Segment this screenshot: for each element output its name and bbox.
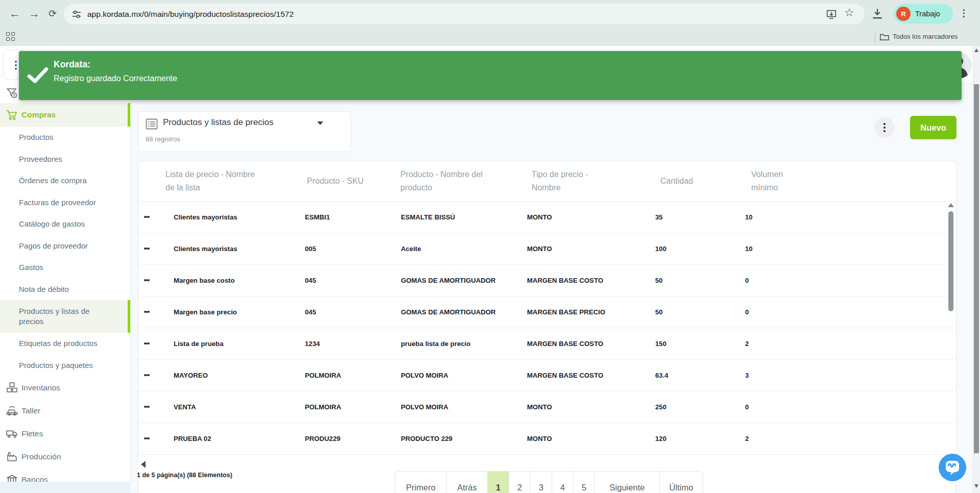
list-options-button[interactable]: [874, 117, 895, 138]
hscroll-left-icon[interactable]: [141, 461, 146, 468]
row-kebab-icon[interactable]: [144, 233, 150, 264]
sidebar-item-gastos[interactable]: Gastos: [0, 257, 130, 279]
bookmarks-separator: [875, 31, 875, 43]
table-cell: 0: [745, 296, 749, 328]
page-button-1[interactable]: 1: [487, 472, 509, 493]
page-button-3[interactable]: 3: [530, 472, 552, 493]
sidebar-item-label: Proveedores: [19, 154, 116, 164]
sidebar-item-fletes[interactable]: Fletes: [0, 422, 130, 445]
scroll-up-icon[interactable]: [974, 48, 978, 52]
sidebar-item-facturas-de-proveedor[interactable]: Facturas de proveedor: [0, 192, 130, 214]
chat-widget-button[interactable]: [939, 454, 966, 481]
sidebar-item--rdenes-de-compra[interactable]: Órdenes de compra: [0, 170, 130, 192]
sidebar-item-etiquetas-de-productos[interactable]: Etiquetas de productos: [0, 333, 130, 355]
page-button-2[interactable]: 2: [509, 472, 530, 493]
scroll-down-icon[interactable]: [974, 484, 978, 488]
table-row[interactable]: Margen base costo045GOMAS DE AMORTIGUADO…: [138, 264, 956, 297]
forward-icon[interactable]: →: [27, 7, 42, 21]
sidebar-item-productos-y-paquetes[interactable]: Productos y paquetes: [0, 355, 130, 377]
column-header[interactable]: Cantidad: [660, 161, 716, 201]
table-row[interactable]: Clientes mayoristasESMBI1ESMALTE BISSÚMO…: [138, 201, 956, 233]
page-button-atr-s[interactable]: Atrás: [446, 472, 487, 493]
reload-icon[interactable]: ⟳: [45, 7, 60, 21]
table-cell: 045: [305, 296, 316, 328]
bookmark-star-icon[interactable]: ☆: [844, 6, 854, 19]
new-button[interactable]: Nuevo: [910, 116, 957, 139]
sidebar-item-label: Productos: [19, 132, 116, 142]
browser-menu-icon[interactable]: ⋮: [959, 7, 969, 19]
toast-title: Kordata:: [54, 59, 90, 70]
sidebar-item-productos[interactable]: Productos: [0, 127, 130, 149]
table-cell: 2: [745, 423, 749, 454]
table-cell: prueba lista de precio: [401, 328, 470, 359]
table-scroll-up-icon[interactable]: [948, 203, 954, 207]
column-header[interactable]: Tipo de precio - Nombre: [532, 161, 608, 201]
url-bar[interactable]: app.kordata.mx/0/main/buying/productosli…: [64, 4, 865, 24]
row-kebab-icon[interactable]: [144, 328, 150, 359]
row-kebab-icon[interactable]: [144, 296, 150, 328]
sidebar-item-pagos-de-proveedor[interactable]: Pagos de proveedor: [0, 235, 130, 257]
table-cell: MAYOREO: [174, 359, 208, 391]
page-button-4[interactable]: 4: [552, 472, 573, 493]
browser-profile-chip[interactable]: R Trabajo: [894, 4, 953, 23]
table-cell: MONTO: [527, 201, 552, 233]
sidebar-item-label: Nota de débito: [19, 284, 116, 294]
sidebar-item-productos-y-listas-de-precios[interactable]: Productos y listas de precios: [0, 300, 130, 333]
table-cell: MONTO: [527, 233, 552, 264]
table-row[interactable]: Margen base precio045GOMAS DE AMORTIGUAD…: [138, 296, 956, 328]
page-button-primero[interactable]: Primero: [395, 472, 446, 493]
bank-icon: [6, 473, 18, 482]
window-scrollbar-thumb[interactable]: [974, 84, 979, 453]
row-kebab-icon[interactable]: [144, 391, 150, 423]
table-cell: GOMAS DE AMORTIGUADOR: [401, 296, 496, 328]
sidebar-item-label: Inventarios: [21, 383, 118, 393]
truck-icon: [6, 427, 18, 440]
sidebar-item-producci-n[interactable]: Producción: [0, 445, 130, 468]
table-row[interactable]: Clientes mayoristas005AceiteMONTO10010: [138, 233, 956, 265]
sidebar-item-label: Fletes: [21, 429, 118, 439]
sidebar-item-cat-logo-de-gastos[interactable]: Catálogo de gastos: [0, 213, 130, 235]
page-button-5[interactable]: 5: [573, 472, 594, 493]
row-kebab-icon[interactable]: [144, 423, 150, 454]
url-text: app.kordata.mx/0/main/buying/productosli…: [87, 10, 294, 19]
table-row[interactable]: Lista de prueba1234prueba lista de preci…: [138, 328, 956, 360]
sidebar-item-label: Productos y paquetes: [19, 360, 116, 371]
row-kebab-icon[interactable]: [144, 264, 150, 296]
sidebar-item-nota-de-d-bito[interactable]: Nota de débito: [0, 279, 130, 301]
sidebar-item-inventarios[interactable]: Inventarios: [0, 376, 130, 399]
column-header[interactable]: Volumen mínimo: [751, 161, 802, 201]
install-icon[interactable]: [826, 9, 837, 20]
table-cell: 250: [655, 391, 666, 423]
site-settings-icon[interactable]: [72, 10, 81, 19]
table-row[interactable]: VENTAPOLMOIRAPOLVO MOIRAMONTO2500: [138, 391, 956, 423]
page-button-siguiente[interactable]: Siguiente: [594, 472, 659, 493]
table-cell: 10: [745, 201, 753, 233]
list-selector[interactable]: Productos y listas de precios 88 registr…: [138, 111, 351, 152]
sidebar-item-proveedores[interactable]: Proveedores: [0, 149, 130, 170]
sidebar-item-taller[interactable]: Taller: [0, 399, 130, 422]
apps-grid-icon[interactable]: [6, 32, 15, 41]
sidebar-item-bancos[interactable]: Bancos: [0, 468, 130, 482]
chevron-down-icon: [317, 121, 323, 125]
sidebar-item-compras[interactable]: Compras: [0, 103, 130, 127]
row-kebab-icon[interactable]: [144, 359, 150, 391]
column-header[interactable]: Producto - SKU: [307, 161, 394, 201]
table-cell: ESMALTE BISSÚ: [401, 201, 455, 233]
table-cell: Margen base costo: [174, 264, 234, 296]
table-cell: 0: [745, 391, 749, 423]
row-kebab-icon[interactable]: [144, 201, 150, 233]
table-cell: Aceite: [401, 233, 421, 264]
column-header[interactable]: Lista de precio - Nombre de la lista: [165, 161, 257, 201]
table-scrollbar-thumb[interactable]: [948, 211, 953, 311]
chat-bubble-icon: [944, 459, 961, 476]
column-header[interactable]: Producto - Nombre del producto: [400, 161, 487, 201]
all-bookmarks-label[interactable]: Todos los marcadores: [893, 33, 958, 40]
downloads-icon[interactable]: [871, 7, 884, 20]
success-toast[interactable]: Kordata: Registro guardado Correctamente: [19, 51, 962, 100]
kebab-icon: [883, 121, 886, 133]
table-row[interactable]: PRUEBA 02PRODU229PRODUCTO 229MONTO1202: [138, 423, 956, 455]
table-cell: Margen base precio: [174, 296, 237, 328]
page-button--ltimo[interactable]: Último: [659, 472, 703, 493]
table-row[interactable]: MAYOREOPOLMOIRAPOLVO MOIRAMARGEN BASE CO…: [138, 359, 956, 391]
back-icon[interactable]: ←: [7, 7, 22, 21]
